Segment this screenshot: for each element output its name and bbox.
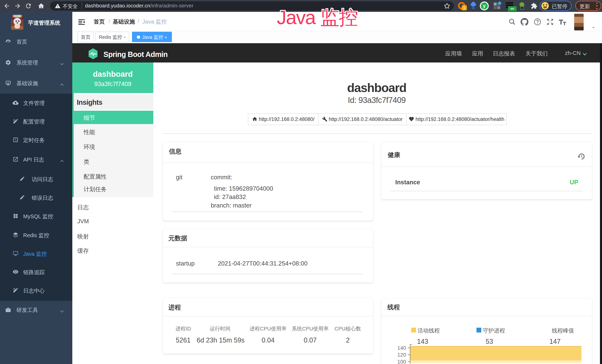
svg-text:Java 监控: Java 监控 xyxy=(277,7,358,28)
